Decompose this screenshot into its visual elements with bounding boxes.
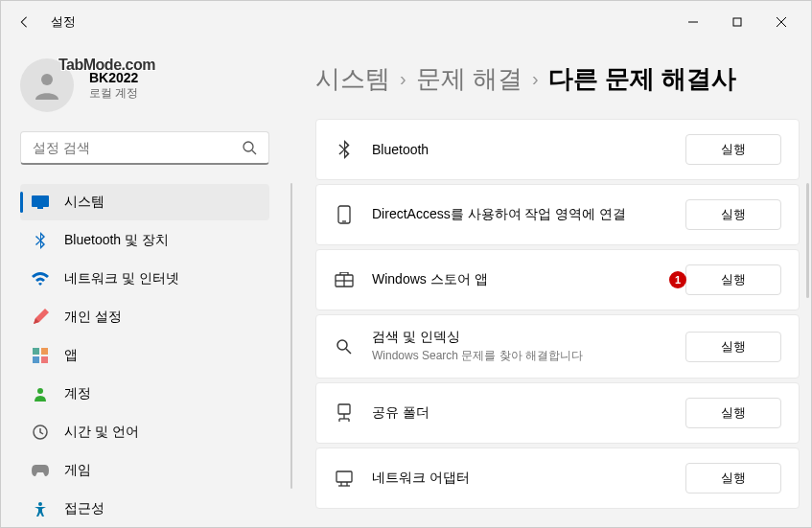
nav-list: 시스템 Bluetooth 및 장치 네트워크 및 인터넷 개인 설정 앱 계정 [20, 184, 269, 527]
shared-folder-icon [334, 402, 355, 424]
bluetooth-icon [32, 232, 49, 249]
sidebar-item-label: 개인 설정 [64, 309, 122, 326]
svg-rect-7 [32, 195, 49, 207]
troubleshooter-shared[interactable]: 공유 폴더 실행 [315, 382, 800, 444]
troubleshooter-network[interactable]: 네트워크 어댑터 실행 [315, 448, 800, 509]
sidebar-item-apps[interactable]: 앱 [20, 337, 269, 374]
sidebar-item-network[interactable]: 네트워크 및 인터넷 [20, 261, 269, 297]
sidebar-item-time[interactable]: 시간 및 언어 [20, 414, 269, 450]
phone-icon [334, 204, 355, 225]
window-controls [671, 7, 803, 37]
search-box[interactable] [20, 131, 269, 165]
minimize-button[interactable] [671, 7, 715, 37]
breadcrumb-troubleshoot[interactable]: 문제 해결 [416, 62, 522, 96]
sidebar-item-label: Bluetooth 및 장치 [64, 232, 169, 249]
sidebar-item-label: 계정 [64, 385, 91, 402]
search-icon [334, 336, 355, 357]
troubleshooter-store[interactable]: Windows 스토어 앱 1실행 [315, 249, 800, 310]
card-title: 검색 및 인덱싱 [372, 329, 685, 346]
sidebar-item-label: 게임 [64, 462, 91, 479]
svg-point-13 [37, 388, 43, 394]
svg-rect-16 [338, 206, 350, 223]
card-title: Bluetooth [372, 142, 685, 157]
watermark: TabMode.com [58, 57, 155, 74]
network-adapter-icon [334, 468, 355, 489]
card-title: 네트워크 어댑터 [372, 470, 685, 487]
chevron-right-icon: › [400, 68, 406, 90]
badge: 1 [669, 271, 686, 288]
run-button[interactable]: 실행 [685, 398, 781, 428]
svg-point-5 [244, 142, 253, 151]
svg-point-15 [38, 502, 42, 506]
run-button[interactable]: 실행 [685, 463, 781, 494]
svg-point-21 [337, 340, 347, 350]
search-input[interactable] [33, 140, 242, 155]
profile[interactable]: BK2022 로컬 계정 TabMode.com [20, 43, 269, 131]
sidebar-item-gaming[interactable]: 게임 [20, 452, 269, 489]
svg-line-22 [346, 349, 351, 354]
sidebar-item-label: 시스템 [64, 194, 104, 211]
account-icon [32, 385, 49, 402]
close-button[interactable] [759, 7, 803, 37]
sidebar-item-label: 앱 [64, 347, 78, 364]
window-title: 설정 [51, 13, 76, 31]
sidebar-item-label: 시간 및 언어 [64, 424, 139, 441]
sidebar-item-accessibility[interactable]: 접근성 [20, 491, 269, 527]
sidebar-item-personalize[interactable]: 개인 설정 [20, 299, 269, 335]
troubleshooter-search[interactable]: 검색 및 인덱싱 Windows Search 문제를 찾아 해결합니다 실행 [315, 314, 800, 379]
run-button[interactable]: 실행 [685, 199, 781, 230]
svg-rect-12 [41, 356, 48, 363]
svg-rect-1 [733, 18, 741, 26]
card-title: DirectAccess를 사용하여 작업 영역에 연결 [372, 206, 685, 223]
breadcrumb: 시스템 › 문제 해결 › 다른 문제 해결사 [315, 43, 800, 119]
run-button[interactable]: 1실행 [685, 264, 781, 295]
chevron-right-icon: › [532, 68, 539, 90]
scrollbar[interactable] [806, 183, 809, 298]
troubleshooter-list: Bluetooth 실행 DirectAccess를 사용하여 작업 영역에 연… [315, 119, 800, 509]
sidebar-item-label: 네트워크 및 인터넷 [64, 270, 179, 287]
profile-sub: 로컬 계정 [89, 85, 138, 102]
store-icon [334, 269, 355, 290]
main-content: 시스템 › 문제 해결 › 다른 문제 해결사 Bluetooth 실행 Dir… [289, 43, 811, 527]
svg-rect-23 [338, 404, 350, 414]
maximize-button[interactable] [715, 7, 759, 37]
sidebar-item-system[interactable]: 시스템 [20, 184, 269, 220]
svg-rect-9 [33, 348, 39, 355]
back-button[interactable] [9, 7, 39, 37]
breadcrumb-system[interactable]: 시스템 [315, 62, 390, 96]
run-button[interactable]: 실행 [685, 134, 781, 165]
run-button[interactable]: 실행 [685, 332, 781, 362]
apps-icon [32, 347, 49, 364]
personalize-icon [32, 309, 49, 326]
titlebar: 설정 [1, 1, 811, 43]
troubleshooter-directaccess[interactable]: DirectAccess를 사용하여 작업 영역에 연결 실행 [315, 184, 800, 245]
sidebar-item-accounts[interactable]: 계정 [20, 376, 269, 412]
gaming-icon [32, 462, 49, 479]
system-icon [32, 194, 49, 211]
troubleshooter-bluetooth[interactable]: Bluetooth 실행 [315, 119, 800, 180]
search-icon [242, 140, 257, 155]
wifi-icon [32, 270, 49, 287]
breadcrumb-current: 다른 문제 해결사 [548, 62, 736, 96]
card-title: 공유 폴더 [372, 404, 685, 422]
svg-rect-28 [336, 471, 352, 482]
svg-rect-10 [41, 348, 48, 355]
svg-rect-8 [37, 207, 43, 209]
card-sub: Windows Search 문제를 찾아 해결합니다 [372, 348, 685, 364]
sidebar: BK2022 로컬 계정 TabMode.com 시스템 Bluetooth 및… [1, 43, 289, 527]
card-title: Windows 스토어 앱 [372, 271, 685, 288]
sidebar-item-label: 접근성 [64, 500, 104, 517]
svg-point-4 [41, 74, 53, 85]
time-icon [32, 424, 49, 441]
bluetooth-icon [334, 139, 355, 160]
svg-line-6 [252, 150, 256, 154]
sidebar-item-bluetooth[interactable]: Bluetooth 및 장치 [20, 222, 269, 259]
svg-rect-11 [33, 356, 39, 363]
accessibility-icon [32, 500, 49, 517]
